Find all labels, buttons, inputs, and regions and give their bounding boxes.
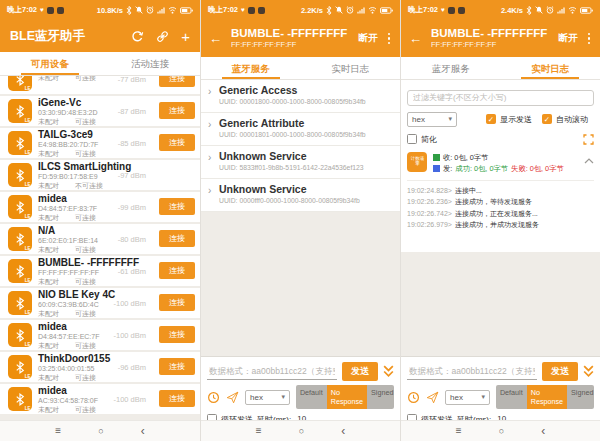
rssi-value: -77 dBm xyxy=(118,76,146,84)
nav-back-button[interactable] xyxy=(541,426,545,437)
segment-signed[interactable]: Signed xyxy=(567,385,594,409)
receive-color-square xyxy=(433,154,440,161)
service-row[interactable]: Unknown Service UUID: 0000fff0-0000-1000… xyxy=(201,179,400,212)
segment-default[interactable]: Default xyxy=(296,385,327,409)
segment-no-response[interactable]: No Response xyxy=(527,385,567,409)
nav-menu-button[interactable] xyxy=(256,426,262,436)
connect-button[interactable]: 连接 xyxy=(159,326,195,343)
connectable-status: 可连接 xyxy=(75,341,96,350)
collapse-chevron-icon[interactable] xyxy=(584,158,594,164)
bluetooth-le-device-icon xyxy=(8,99,32,123)
service-row[interactable]: Unknown Service UUID: 5833ff01-9b8b-5191… xyxy=(201,146,400,179)
device-row[interactable]: midea AC:93:C4:58:78:0F 未配对 可连接 -100 dBm… xyxy=(0,384,200,414)
counter-reset-badge[interactable]: 计数清零 xyxy=(407,152,427,172)
connect-button[interactable]: 连接 xyxy=(159,262,195,279)
send-button[interactable]: 发送 xyxy=(542,362,578,381)
send-button[interactable]: 发送 xyxy=(342,362,378,381)
connect-button[interactable]: 连接 xyxy=(159,76,195,87)
device-row[interactable]: ILCS SmartLighting FD:59:B0:17:58:E9 未配对… xyxy=(0,160,200,190)
data-input[interactable] xyxy=(207,364,337,380)
device-row[interactable]: BUMBLE- -FFFFFFFF FF:FF:FF:FF:FF:FF 未配对 … xyxy=(0,256,200,286)
tab-bluetooth-services[interactable]: 蓝牙服务 xyxy=(201,57,301,79)
signal-icon xyxy=(357,6,365,14)
log-pane: hex 显示发送 自动滚动 简化 计数清零 收: 0包, 0字节 xyxy=(401,80,600,252)
overflow-menu-icon[interactable] xyxy=(586,31,593,47)
data-input[interactable] xyxy=(407,364,537,380)
triple-screenshot: 晚上7:02 ♥ 10.8K/s BLE蓝牙助手 + 可用设备 xyxy=(0,0,600,441)
device-row[interactable]: iGene-Vc 03:30:9D:48:E3:2D 未配对 可连接 -87 d… xyxy=(0,96,200,126)
format-select[interactable]: hex xyxy=(445,390,490,405)
bluetooth-icon xyxy=(326,6,332,15)
rssi-value: -85 dBm xyxy=(118,139,146,148)
filter-input[interactable] xyxy=(407,90,594,106)
schedule-send-icon[interactable] xyxy=(407,390,420,405)
send-success-stats: 成功: 0包, 0字节 xyxy=(455,163,508,174)
tab-realtime-log[interactable]: 实时日志 xyxy=(501,57,600,79)
show-send-checkbox[interactable] xyxy=(486,114,496,124)
nav-home-button[interactable] xyxy=(499,426,504,436)
add-button[interactable]: + xyxy=(181,29,190,44)
connect-button[interactable]: 连接 xyxy=(159,230,195,247)
screen-device-list: 晚上7:02 ♥ 10.8K/s BLE蓝牙助手 + 可用设备 xyxy=(0,0,200,441)
disconnect-button[interactable]: 断开 xyxy=(559,32,578,45)
log-message: 连接成功，并成功发现服务 xyxy=(455,221,539,228)
disconnect-button[interactable]: 断开 xyxy=(359,32,378,45)
notification-app-icon xyxy=(458,7,465,14)
device-row[interactable]: ThinkDoor0155 03:25:04:00:01:55 未配对 可连接 … xyxy=(0,352,200,382)
network-speed: 2.2K/s xyxy=(301,6,323,15)
connect-button[interactable]: 连接 xyxy=(159,102,195,119)
auto-scroll-checkbox[interactable] xyxy=(542,114,552,124)
nav-back-button[interactable] xyxy=(141,426,145,437)
connect-button[interactable]: 连接 xyxy=(159,294,195,311)
expand-composer-icon[interactable] xyxy=(383,365,394,378)
segment-default[interactable]: Default xyxy=(496,385,527,409)
service-row[interactable]: Generic Attribute UUID: 00001801-0000-10… xyxy=(201,113,400,146)
schedule-send-icon[interactable] xyxy=(207,390,220,405)
fullscreen-expand-icon[interactable] xyxy=(583,134,594,145)
device-row-partial[interactable]: 42:02:00:00:42:41 未配对 可连接 -77 dBm 连接 xyxy=(0,76,200,94)
connect-button[interactable]: 连接 xyxy=(159,358,195,375)
alarm-icon xyxy=(546,6,554,14)
device-row[interactable]: midea D4:84:57:EE:EC:7F 未配对 可连接 -100 dBm… xyxy=(0,320,200,350)
paper-plane-icon[interactable] xyxy=(426,390,439,405)
bluetooth-le-device-icon xyxy=(8,387,32,411)
nav-menu-button[interactable] xyxy=(55,426,61,436)
paper-plane-icon[interactable] xyxy=(226,390,239,405)
connectable-status: 可连接 xyxy=(75,373,96,382)
log-format-select[interactable]: hex xyxy=(407,112,457,127)
device-row[interactable]: TAILG-3ce9 E4:98:BB:20:7D:7F 未配对 可连接 -85… xyxy=(0,128,200,158)
nav-back-button[interactable] xyxy=(341,426,345,437)
device-row[interactable]: midea D4:84:57:EF:83:7F 未配对 可连接 -99 dBm … xyxy=(0,192,200,222)
simplify-checkbox[interactable] xyxy=(407,134,417,144)
link-connect-button[interactable] xyxy=(156,30,169,43)
segment-signed[interactable]: Signed xyxy=(367,385,394,409)
connect-button[interactable]: 连接 xyxy=(159,198,195,215)
pair-status: 未配对 xyxy=(38,213,59,222)
send-color-square xyxy=(433,165,440,172)
service-uuid: UUID: 00001801-0000-1000-8000-00805f9b34… xyxy=(219,130,394,140)
nav-home-button[interactable] xyxy=(299,426,304,436)
nav-menu-button[interactable] xyxy=(456,426,462,436)
traffic-stats-panel: 计数清零 收: 0包, 0字节 发: 成功: 0包, 0字节 失败: 0包, 0… xyxy=(407,152,594,174)
overflow-menu-icon[interactable] xyxy=(386,31,393,47)
service-uuid: UUID: 0000fff0-0000-1000-8000-00805f9b34… xyxy=(219,196,394,206)
bluetooth-le-device-icon xyxy=(8,163,32,187)
device-row[interactable]: N/A 6E:02:E0:1F:BE:14 未配对 可连接 -80 dBm 连接 xyxy=(0,224,200,254)
bluetooth-le-device-icon xyxy=(8,227,32,251)
connect-button[interactable]: 连接 xyxy=(159,390,195,407)
nav-home-button[interactable] xyxy=(98,426,103,436)
send-fail-stats: 失败: 0包, 0字节 xyxy=(511,163,564,174)
tab-active-connections[interactable]: 活动连接 xyxy=(100,52,200,75)
tab-bluetooth-services[interactable]: 蓝牙服务 xyxy=(401,57,501,79)
expand-composer-icon[interactable] xyxy=(583,365,594,378)
device-row[interactable]: NIO BLE Key 4C 60:09:C3:9B:6D:4C 未配对 可连接… xyxy=(0,288,200,318)
back-arrow-button[interactable]: ← xyxy=(409,31,425,46)
connect-button[interactable]: 连接 xyxy=(159,134,195,151)
format-select[interactable]: hex xyxy=(245,390,290,405)
back-arrow-button[interactable]: ← xyxy=(209,31,225,46)
segment-no-response[interactable]: No Response xyxy=(327,385,367,409)
tab-realtime-log[interactable]: 实时日志 xyxy=(301,57,401,79)
service-row[interactable]: Generic Access UUID: 00001800-0000-1000-… xyxy=(201,80,400,113)
tab-available-devices[interactable]: 可用设备 xyxy=(0,52,100,75)
refresh-button[interactable] xyxy=(131,30,144,43)
